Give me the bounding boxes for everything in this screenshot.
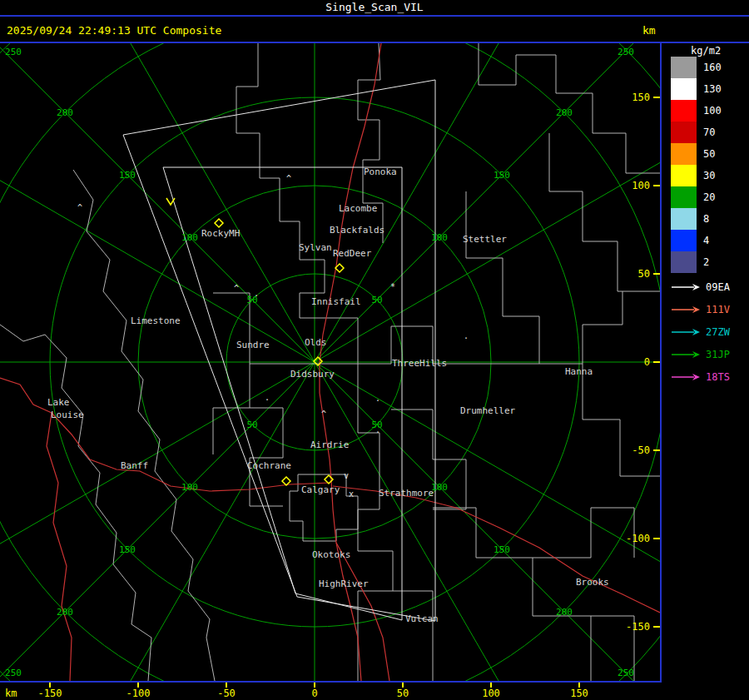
radar-id-label: 111V (706, 304, 730, 315)
radar-map[interactable]: 50 100 150 200 250 50 100 150 200 250 50… (0, 43, 662, 681)
town-label: Louise (51, 410, 84, 420)
town-marker-glyph: · (464, 334, 469, 343)
legend-panel: kg/m2 160 130 100 70 50 (662, 43, 749, 681)
legend-value: 50 (703, 148, 715, 160)
x-axis: km -150 -100 -50 0 50 100 150 (0, 681, 749, 700)
town-marker-glyph: * (390, 282, 395, 291)
legend-scale-row: 8 (671, 208, 709, 230)
radar-id-label: 31JP (706, 349, 730, 360)
legend-value: 130 (703, 83, 722, 95)
y-axis-label: 50 (638, 268, 650, 280)
range-label: 250 (5, 668, 22, 678)
legend-value: 2 (703, 256, 709, 268)
x-axis-label: -50 (217, 688, 236, 699)
x-axis-label: 50 (397, 688, 409, 699)
town-label: Ponoka (364, 166, 397, 177)
x-axis-label: 100 (482, 688, 500, 699)
legend-scale-row: 50 (671, 143, 715, 165)
town-label: Lake (47, 397, 70, 408)
town-label: Drumheller (460, 405, 516, 416)
legend-value: 20 (703, 191, 715, 203)
legend-scale-row: 20 (671, 186, 715, 208)
town-labels: Ponoka Lacombe Blackfalds RedDeer Sylvan… (47, 166, 609, 624)
legend-scale-row: 2 (671, 251, 709, 273)
legend-radar-row: 31JP (671, 349, 730, 360)
range-label: 150 (119, 170, 136, 181)
map-bottom-border (0, 681, 662, 683)
legend-scale-row: 4 (671, 230, 709, 251)
range-label: 150 (494, 170, 510, 181)
legend-swatch (671, 78, 697, 100)
town-label: HighRiver (319, 578, 369, 589)
radar-id-label: 27ZW (706, 326, 730, 338)
range-label: 200 (556, 607, 573, 618)
x-axis-unit-label: km (5, 688, 17, 699)
legend-value: 8 (703, 213, 709, 225)
legend-swatch (671, 165, 697, 186)
radar-id-label: 18TS (706, 371, 730, 383)
radar-map-canvas[interactable]: 50 100 150 200 250 50 100 150 200 250 50… (0, 43, 660, 681)
town-label: Brooks (576, 577, 609, 588)
legend-radar-row: 111V (671, 304, 730, 315)
y-axis-label: -150 (626, 621, 650, 633)
town-label: ThreeHills (392, 358, 447, 369)
town-label: Calgary (301, 484, 340, 495)
radar-arrow-icon (671, 283, 701, 291)
radar-arrow-icon (671, 373, 701, 381)
range-label: 50 (371, 295, 382, 305)
town-label: Cochrane (247, 460, 291, 471)
y-axis-label: -50 (632, 444, 650, 456)
legend-scale-row: 100 (671, 100, 722, 122)
x-axis-label: -150 (38, 688, 62, 699)
town-marker-glyph: ^ (321, 410, 326, 419)
town-label: Vulcan (405, 613, 439, 624)
small-town-markers: ^ ^ ^ · * · ^ · · · v x (77, 174, 469, 499)
town-marker-glyph: ^ (234, 284, 239, 293)
legend-radar-row: 18TS (671, 371, 730, 383)
y-axis-ticks (653, 97, 660, 627)
town-marker-glyph: · (254, 291, 259, 300)
range-label: 250 (618, 668, 634, 678)
legend-radar-row: 09EA (671, 281, 730, 293)
town-marker-glyph: ^ (286, 174, 291, 183)
town-marker-glyph: ^ (77, 203, 82, 212)
y-axis-label: -100 (626, 533, 650, 544)
titlebar: Single_Scan_VIL (0, 0, 749, 17)
radar-arrow-icon (671, 328, 701, 336)
legend-units-label: kg/m2 (691, 45, 721, 57)
legend-scale-row: 70 (671, 122, 715, 143)
legend-value: 160 (703, 62, 722, 73)
y-axis-label: 150 (632, 92, 650, 103)
town-label: RockyMH (201, 228, 240, 239)
legend-scale-row: 130 (671, 78, 722, 100)
radar-arrow-icon (671, 350, 701, 359)
radar-coverage-outlines (123, 80, 435, 621)
range-label: 100 (181, 232, 198, 243)
town-label: Sundre (236, 340, 270, 350)
legend-swatch (671, 122, 697, 143)
town-label: RedDeer (333, 248, 372, 259)
town-marker-glyph: v (344, 471, 349, 480)
town-label: Airdrie (310, 439, 349, 450)
town-label: Olds (305, 337, 327, 348)
town-label: Blackfalds (330, 225, 384, 236)
legend-value: 70 (703, 127, 715, 138)
town-label: Stettler (463, 234, 507, 245)
legend-swatch (671, 251, 697, 273)
legend-swatch (671, 57, 697, 78)
town-label: Strathmore (379, 488, 434, 499)
scan-timestamp: 2025/09/24 22:49:13 UTC Composite (7, 24, 221, 37)
town-label: Limestone (131, 315, 181, 326)
town-label: Didsbury (290, 369, 335, 380)
town-label: Okotoks (312, 549, 350, 560)
x-axis-label: 150 (570, 688, 588, 699)
radar-viewer-window: Single_Scan_VIL 2025/09/24 22:49:13 UTC … (0, 0, 749, 700)
legend-swatch (671, 143, 697, 165)
radar-arrow-icon (671, 305, 701, 314)
legend-scale-row: 30 (671, 165, 715, 186)
legend-value: 100 (703, 105, 722, 117)
x-axis-label: 0 (311, 688, 317, 699)
main-area: 50 100 150 200 250 50 100 150 200 250 50… (0, 43, 749, 681)
range-label: 200 (57, 607, 73, 618)
range-label: 150 (119, 544, 136, 555)
